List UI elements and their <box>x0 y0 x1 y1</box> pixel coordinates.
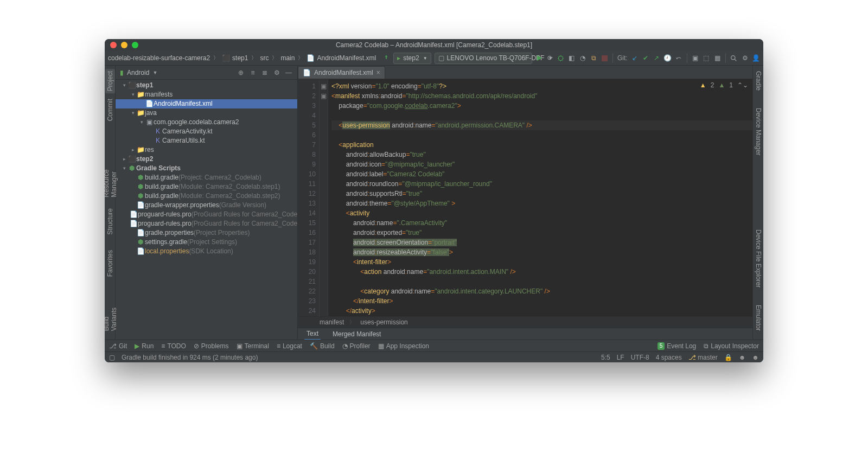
tool-git[interactable]: ⎇Git <box>109 342 127 350</box>
code-line[interactable]: android:supportsRtl="true" <box>331 189 752 199</box>
code-line[interactable]: android:allowBackup="true" <box>331 150 752 159</box>
expand-arrow-icon[interactable]: ▾ <box>121 164 127 173</box>
sync-icon[interactable] <box>382 53 390 63</box>
attach-debugger-button[interactable]: ⧉ <box>590 53 597 63</box>
git-rollback-button[interactable]: ⤺ <box>675 53 682 63</box>
crumb-manifest[interactable]: manifest <box>320 318 344 326</box>
line-number[interactable]: 9 <box>298 159 316 169</box>
expand-arrow-icon[interactable]: ▸ <box>121 155 127 164</box>
tree-item[interactable]: KCameraActivity.kt <box>116 127 297 136</box>
tree-item[interactable]: ▾📁manifests <box>116 90 297 99</box>
line-number[interactable]: 1 <box>298 81 316 91</box>
crumb-1[interactable]: step1 <box>232 54 248 62</box>
settings-icon[interactable]: ⚙ <box>272 69 281 76</box>
code-line[interactable]: android:exported="true" <box>331 228 752 238</box>
tree-item[interactable]: ▸⬛step2 <box>116 155 297 164</box>
code-line[interactable]: android:label="Camera2 Codelab" <box>331 169 752 179</box>
code-line[interactable]: </intent-filter> <box>331 296 752 306</box>
tree-item[interactable]: ⬢build.gradle (Module: Camera2_Codelab.s… <box>116 182 297 191</box>
line-separator[interactable]: LF <box>617 354 624 361</box>
stop-button[interactable] <box>601 53 608 63</box>
editor-tab[interactable]: 📄 AndroidManifest.xml × <box>298 66 385 79</box>
tree-item[interactable]: ▾▣com.google.codelab.camera2 <box>116 118 297 127</box>
tab-emulator[interactable]: Emulator <box>754 303 763 333</box>
code-line[interactable] <box>331 277 752 286</box>
line-number[interactable]: 15 <box>298 218 316 228</box>
line-number[interactable]: 12 <box>298 189 316 199</box>
tool-layout-inspector[interactable]: ⧉Layout Inspector <box>704 342 759 350</box>
tab-favorites[interactable]: Favorites <box>105 248 115 279</box>
line-number[interactable]: 14 <box>298 208 316 218</box>
tab-structure[interactable]: Structure <box>105 206 115 237</box>
code-content[interactable]: <?xml version="1.0" encoding="utf-8"?><m… <box>328 79 752 316</box>
profile-button[interactable]: ◔ <box>579 53 586 63</box>
line-number[interactable]: 4 <box>298 111 316 120</box>
line-number[interactable]: 23 <box>298 296 316 306</box>
tab-device-file-explorer[interactable]: Device File Explorer <box>754 227 763 290</box>
code-line[interactable]: android:resizeableActivity="false"> <box>331 247 752 257</box>
collapse-all-icon[interactable]: ≣ <box>260 69 269 76</box>
git-branch[interactable]: ⎇ master <box>688 354 718 361</box>
search-everywhere-button[interactable] <box>730 53 738 63</box>
code-line[interactable]: <activity <box>331 208 752 218</box>
editor-breadcrumb[interactable]: manifest 〉 uses-permission <box>298 316 752 328</box>
line-number-gutter[interactable]: 123456789101112131415161718192021222324 <box>298 79 320 316</box>
tree-item[interactable]: ⬢settings.gradle (Project Settings) <box>116 238 297 247</box>
expand-arrow-icon[interactable]: ▾ <box>121 81 127 90</box>
line-number[interactable]: 3 <box>298 101 316 111</box>
code-line[interactable]: <category android:name="android.intent.c… <box>331 286 752 296</box>
code-line[interactable]: android:theme="@style/AppTheme" > <box>331 199 752 208</box>
sdk-manager-button[interactable]: ⬚ <box>703 53 710 63</box>
tree-item[interactable]: KCameraUtils.kt <box>116 136 297 145</box>
tree-item[interactable]: ▾📁java <box>116 108 297 118</box>
apply-changes-button[interactable]: ⟳ <box>546 53 554 63</box>
crumb-uses-permission[interactable]: uses-permission <box>360 318 407 326</box>
title-bar[interactable]: Camera2 Codelab – AndroidManifest.xml [C… <box>105 39 763 51</box>
tool-profiler[interactable]: ◔Profiler <box>342 342 371 350</box>
gutter-icon[interactable]: ▣ <box>320 81 328 91</box>
project-tree[interactable]: ▾⬛step1▾📁manifests📄AndroidManifest.xml▾📁… <box>116 80 297 340</box>
device-selector[interactable]: ▢ LENOVO Lenovo TB-Q706F-DPF ▼ <box>435 53 532 64</box>
line-number[interactable]: 22 <box>298 286 316 296</box>
tool-logcat[interactable]: ≡Logcat <box>277 342 302 350</box>
line-number[interactable]: 18 <box>298 247 316 257</box>
code-line[interactable]: android:icon="@mipmap/ic_launcher" <box>331 159 752 169</box>
caret-position[interactable]: 5:5 <box>601 354 610 361</box>
tree-item[interactable]: ⬢build.gradle (Module: Camera2_Codelab.s… <box>116 191 297 201</box>
hide-icon[interactable]: — <box>284 69 293 76</box>
git-commit-button[interactable]: ✔ <box>642 53 649 63</box>
git-history-button[interactable]: 🕘 <box>663 53 672 63</box>
inspection-chevron-icon[interactable]: ⌃⌄ <box>737 81 748 89</box>
code-line[interactable]: android:screenOrientation="portrait" <box>331 238 752 247</box>
account-button[interactable]: 👤 <box>752 53 760 63</box>
expand-all-icon[interactable]: ≡ <box>248 69 257 76</box>
tree-item[interactable]: 📄gradle-wrapper.properties (Gradle Versi… <box>116 201 297 210</box>
line-number[interactable]: 16 <box>298 228 316 238</box>
crumb-0[interactable]: codelab-resizable-surface-camera2 <box>108 54 210 62</box>
crumb-4[interactable]: AndroidManifest.xml <box>317 54 376 62</box>
tab-project[interactable]: Project <box>105 69 115 93</box>
tree-item[interactable]: ▾⬢Gradle Scripts <box>116 164 297 173</box>
crumb-2[interactable]: src <box>260 54 269 62</box>
locate-icon[interactable]: ⊕ <box>237 69 245 76</box>
code-line[interactable] <box>331 111 752 120</box>
tab-gradle[interactable]: Gradle <box>754 69 763 93</box>
settings-button[interactable]: ⚙ <box>741 53 749 63</box>
editor-mode-merged[interactable]: Merged Manifest <box>330 329 383 340</box>
expand-arrow-icon[interactable]: ▾ <box>130 90 136 99</box>
tree-item[interactable]: 📄AndroidManifest.xml <box>116 99 297 108</box>
tree-item[interactable]: ▾⬛step1 <box>116 81 297 90</box>
tool-event-log[interactable]: 5Event Log <box>658 342 697 350</box>
tree-item[interactable]: 📄gradle.properties (Project Properties) <box>116 228 297 238</box>
tool-app-inspection[interactable]: ▦App Inspection <box>378 342 429 350</box>
tree-item[interactable]: ▸📁res <box>116 145 297 155</box>
tool-build[interactable]: 🔨Build <box>310 342 335 350</box>
line-number[interactable]: 19 <box>298 257 316 267</box>
tab-build-variants[interactable]: Build Variants <box>105 290 119 333</box>
notifications-icon[interactable]: ☻ <box>752 354 759 361</box>
line-number[interactable]: 13 <box>298 199 316 208</box>
line-number[interactable]: 20 <box>298 267 316 277</box>
expand-arrow-icon[interactable]: ▾ <box>138 118 145 127</box>
line-number[interactable]: 5 <box>298 120 316 130</box>
file-encoding[interactable]: UTF-8 <box>631 354 649 361</box>
